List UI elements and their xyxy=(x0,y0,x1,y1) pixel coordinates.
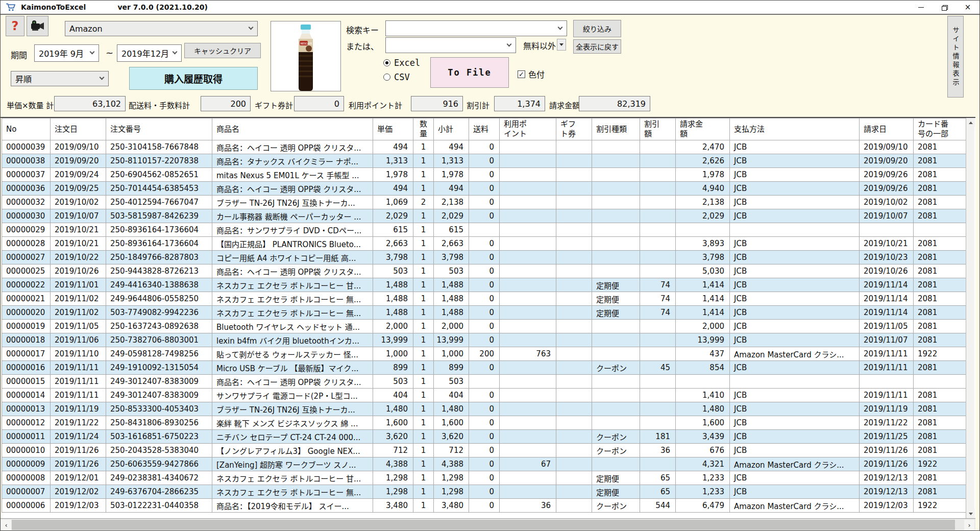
table-row[interactable]: 000000252019/10/26250-9443828-8726213商品名… xyxy=(2,264,966,278)
column-header-5[interactable]: 数 量 xyxy=(413,118,434,140)
table-row[interactable]: 000000372019/09/24250-6904562-0852651mit… xyxy=(2,168,966,182)
table-cell xyxy=(592,389,640,402)
column-header-1[interactable]: 注文日 xyxy=(51,118,106,140)
column-header-14[interactable]: 請求日 xyxy=(860,118,914,140)
table-cell: 503 xyxy=(373,264,413,278)
table-cell xyxy=(500,154,556,168)
cache-clear-button[interactable]: キャッシュクリア xyxy=(184,43,261,58)
table-row[interactable]: 000000102019/11/26250-2043528-5383040【ノン… xyxy=(2,444,966,457)
or-search-input[interactable] xyxy=(385,37,516,53)
table-cell: 1 xyxy=(413,223,434,237)
column-header-11[interactable]: 割引 額 xyxy=(640,118,676,140)
close-button[interactable]: × xyxy=(956,1,979,14)
table-row[interactable]: 000000132019/11/19250-8533300-4053403ブラザ… xyxy=(2,402,966,416)
table-cell: 定期便 xyxy=(592,485,640,499)
table-cell: 1,069 xyxy=(373,196,413,209)
column-header-10[interactable]: 割引種類 xyxy=(592,118,640,140)
table-row[interactable]: 000000122019/11/22250-8431806-8930256楽絆 … xyxy=(2,416,966,430)
cache-clear-label: キャッシュクリア xyxy=(194,45,251,56)
table-row[interactable]: 000000192019/11/05250-1637243-0892638Blu… xyxy=(2,320,966,333)
table-row[interactable]: 000000392019/09/10250-3104158-7667848商品名… xyxy=(2,140,966,154)
table-row[interactable]: 000000382019/09/20250-8110157-2207838商品名… xyxy=(2,154,966,168)
period-from-select[interactable]: 2019年 9月 xyxy=(34,44,99,62)
table-row[interactable]: 000000282019/10/21250-8936164-1736604【国内… xyxy=(2,237,966,251)
table-row[interactable]: 000000272019/10/22250-1849766-8287803コピー… xyxy=(2,251,966,264)
table-cell: 1 xyxy=(413,278,434,292)
scroll-up-button[interactable] xyxy=(966,118,975,127)
table-cell: 74 xyxy=(640,292,676,306)
scroll-right-button[interactable]: › xyxy=(964,520,974,530)
period-to-select[interactable]: 2019年12月 xyxy=(117,44,182,62)
table-cell: 1 xyxy=(413,471,434,485)
table-cell: 2081 xyxy=(914,196,966,209)
colorize-checkbox[interactable]: ✓ 色付 xyxy=(518,68,545,80)
table-cell: 2019/10/23 xyxy=(860,251,914,264)
table-row[interactable]: 000000202019/11/02503-7749082-9942236ネスカ… xyxy=(2,306,966,320)
column-header-8[interactable]: 利用ポ イント xyxy=(500,118,556,140)
column-header-15[interactable]: カード番 号の一部 xyxy=(914,118,966,140)
scroll-left-button[interactable]: ‹ xyxy=(1,520,11,530)
table-row[interactable]: 000000152019/11/11249-3012407-8383009商品名… xyxy=(2,375,966,389)
free-filter-select[interactable]: 無料以外 xyxy=(519,37,567,53)
table-row[interactable]: 000000072019/12/02249-6376704-2866235ネスカ… xyxy=(2,485,966,499)
excel-radio[interactable]: Excel xyxy=(383,58,420,68)
table-cell: 00000017 xyxy=(2,347,51,361)
table-cell: 00000012 xyxy=(2,416,51,430)
table-cell: 2019/10/22 xyxy=(51,251,106,264)
horizontal-scroll-thumb[interactable] xyxy=(12,520,955,530)
table-cell: 2019/10/21 xyxy=(51,223,106,237)
column-header-3[interactable]: 商品名 xyxy=(212,118,373,140)
column-header-12[interactable]: 請求金 額 xyxy=(676,118,730,140)
table-row[interactable]: 000000302019/10/07503-5815987-8426239カール… xyxy=(2,209,966,223)
table-row[interactable]: 000000362019/09/25250-7014454-6385453商品名… xyxy=(2,182,966,196)
restore-button[interactable] xyxy=(933,1,956,14)
fetch-history-button[interactable]: 購入履歴取得 xyxy=(129,67,258,90)
filter-button[interactable]: 絞り込み xyxy=(573,20,621,37)
table-row[interactable]: 000000212019/11/02249-9644806-0558250ネスカ… xyxy=(2,292,966,306)
scroll-down-button[interactable] xyxy=(966,509,975,518)
table-cell: JCB xyxy=(730,333,860,347)
table-cell: クーポン xyxy=(592,361,640,375)
column-header-4[interactable]: 単価 xyxy=(373,118,413,140)
table-cell: ネスカフェ エクセラ ボトルコーヒー 甘... xyxy=(212,278,373,292)
column-header-13[interactable]: 支払方法 xyxy=(730,118,860,140)
table-row[interactable]: 000000292019/10/21250-8936164-1736604商品名… xyxy=(2,223,966,237)
table-cell xyxy=(500,168,556,182)
table-row[interactable]: 000000322019/10/02250-4012594-7667047ブラザ… xyxy=(2,196,966,209)
horizontal-scrollbar[interactable]: ‹ › xyxy=(1,518,975,530)
table-cell: 1,298 xyxy=(373,471,413,485)
vertical-scrollbar[interactable] xyxy=(966,118,974,518)
table-row[interactable]: 000000092019/11/26250-6063559-9427866[Za… xyxy=(2,457,966,471)
table-cell: 2 xyxy=(413,196,434,209)
minimize-button[interactable] xyxy=(909,1,933,14)
table-row[interactable]: 000000222019/11/01249-4416340-1388638ネスカ… xyxy=(2,278,966,292)
table-cell: 1922 xyxy=(914,347,966,361)
search-key-input[interactable] xyxy=(385,20,567,36)
column-header-6[interactable]: 小計 xyxy=(434,118,469,140)
table-cell xyxy=(676,223,730,237)
dropdown-button[interactable] xyxy=(557,39,566,51)
show-all-button[interactable]: 全表示に戻す xyxy=(573,39,621,54)
table-cell: 0 xyxy=(469,306,500,320)
help-button[interactable]: ? xyxy=(6,16,24,36)
sort-order-select[interactable]: 昇順 xyxy=(11,71,109,86)
table-row[interactable]: 000000162019/11/11249-1910092-1315054Mic… xyxy=(2,361,966,375)
csv-radio[interactable]: CSV xyxy=(383,72,410,82)
table-row[interactable]: 000000112019/11/24503-1616851-6750223ニチバ… xyxy=(2,430,966,444)
table-row[interactable]: 000000062019/12/03503-0122231-0440358商品名… xyxy=(2,499,966,513)
column-header-2[interactable]: 注文番号 xyxy=(106,118,212,140)
table-row[interactable]: 000000182019/11/06250-7382706-8803001lex… xyxy=(2,333,966,347)
table-row[interactable]: 000000082019/12/01249-0238381-4340672ネスカ… xyxy=(2,471,966,485)
site-select[interactable]: Amazon xyxy=(65,21,258,36)
to-file-button[interactable]: To File xyxy=(430,57,509,88)
table-cell: 1,600 xyxy=(676,416,730,430)
table-row[interactable]: 000000172019/11/10249-0598128-7498256貼って… xyxy=(2,347,966,361)
camera-button[interactable] xyxy=(27,16,48,36)
column-header-9[interactable]: ギフ ト券 xyxy=(556,118,592,140)
table-row[interactable]: 000000142019/11/11249-3012407-8383009サンワ… xyxy=(2,389,966,402)
column-header-0[interactable]: No xyxy=(2,118,51,140)
column-header-7[interactable]: 送料 xyxy=(469,118,500,140)
site-info-button[interactable]: サイト情報表示 xyxy=(947,16,964,98)
sort-order-value: 昇順 xyxy=(15,73,32,85)
table-cell: 0 xyxy=(469,278,500,292)
